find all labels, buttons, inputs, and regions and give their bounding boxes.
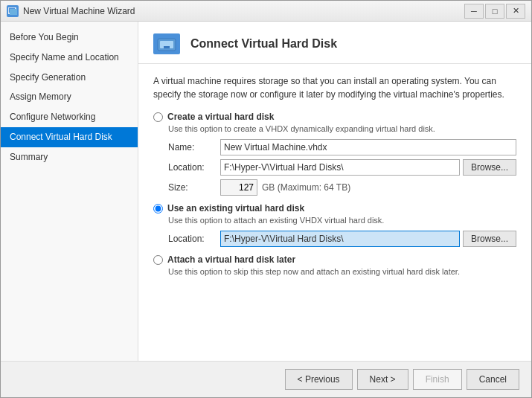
create-vhd-radio[interactable] [153,112,163,122]
description-text: A virtual machine requires storage so th… [153,74,516,101]
maximize-button[interactable]: □ [485,4,504,19]
location-label-create: Location: [168,162,220,173]
use-existing-radio[interactable] [153,204,163,214]
use-existing-form: Location: Browse... [168,231,516,247]
option-attach-later: Attach a virtual hard disk later Use thi… [153,254,516,276]
next-button[interactable]: Next > [357,369,408,390]
svg-rect-4 [164,46,170,48]
use-existing-label[interactable]: Use an existing virtual hard disk [153,203,516,214]
option-create-vhd: Create a virtual hard disk Use this opti… [153,112,516,196]
sidebar-item-before-you-begin[interactable]: Before You Begin [1,28,138,48]
create-vhd-sublabel: Use this option to create a VHDX dynamic… [168,124,516,133]
footer: < Previous Next > Finish Cancel [1,361,531,397]
location-input-group-existing: Browse... [220,231,516,247]
svg-rect-1 [10,9,17,15]
name-label: Name: [168,142,220,153]
existing-location-input[interactable] [220,231,460,247]
create-vhd-label-text: Create a virtual hard disk [167,112,274,122]
location-input-group-create: Browse... [220,159,516,176]
title-bar: New Virtual Machine Wizard ─ □ ✕ [1,1,531,22]
attach-later-label-text: Attach a virtual hard disk later [167,254,295,265]
browse-existing-button[interactable]: Browse... [463,231,516,247]
sidebar-item-configure-networking[interactable]: Configure Networking [1,107,138,127]
content-area: Before You Begin Specify Name and Locati… [1,22,531,361]
create-vhd-name-row: Name: [168,139,516,155]
sidebar: Before You Begin Specify Name and Locati… [1,22,138,361]
sidebar-item-specify-generation[interactable]: Specify Generation [1,68,138,88]
existing-location-row: Location: Browse... [168,231,516,247]
wizard-window: New Virtual Machine Wizard ─ □ ✕ Before … [0,0,532,398]
vhd-location-input[interactable] [220,159,460,176]
size-input-group: GB (Maximum: 64 TB) [220,179,350,196]
create-vhd-location-row: Location: Browse... [168,159,516,176]
vhd-size-input[interactable] [220,179,257,196]
previous-button[interactable]: < Previous [285,369,353,390]
use-existing-sublabel: Use this option to attach an existing VH… [168,216,516,225]
window-icon [7,5,19,17]
window-title: New Virtual Machine Wizard [23,6,464,16]
vhd-name-input[interactable] [220,139,516,155]
size-unit-text: GB (Maximum: 64 TB) [262,182,350,193]
sidebar-item-specify-name[interactable]: Specify Name and Location [1,48,138,68]
create-vhd-label[interactable]: Create a virtual hard disk [153,112,516,122]
sidebar-item-connect-vhd[interactable]: Connect Virtual Hard Disk [1,127,138,147]
finish-button[interactable]: Finish [413,369,462,390]
sidebar-item-summary[interactable]: Summary [1,147,138,167]
minimize-button[interactable]: ─ [464,4,484,19]
page-header: Connect Virtual Hard Disk [138,22,531,64]
main-panel: Connect Virtual Hard Disk A virtual mach… [138,22,531,361]
use-existing-label-text: Use an existing virtual hard disk [167,203,304,214]
create-vhd-size-row: Size: GB (Maximum: 64 TB) [168,179,516,196]
close-button[interactable]: ✕ [506,4,525,19]
sidebar-item-assign-memory[interactable]: Assign Memory [1,87,138,107]
page-header-icon [153,33,180,54]
option-use-existing: Use an existing virtual hard disk Use th… [153,203,516,247]
attach-later-label[interactable]: Attach a virtual hard disk later [153,254,516,265]
create-vhd-form: Name: Location: Browse... Size: [168,139,516,196]
page-body: A virtual machine requires storage so th… [138,64,531,361]
cancel-button[interactable]: Cancel [467,369,519,390]
location-label-existing: Location: [168,234,220,244]
attach-later-sublabel: Use this option to skip this step now an… [168,267,516,276]
page-title: Connect Virtual Hard Disk [190,37,337,51]
window-controls: ─ □ ✕ [464,4,525,19]
size-label: Size: [168,182,220,193]
attach-later-radio[interactable] [153,255,163,265]
browse-location-button[interactable]: Browse... [463,159,516,176]
